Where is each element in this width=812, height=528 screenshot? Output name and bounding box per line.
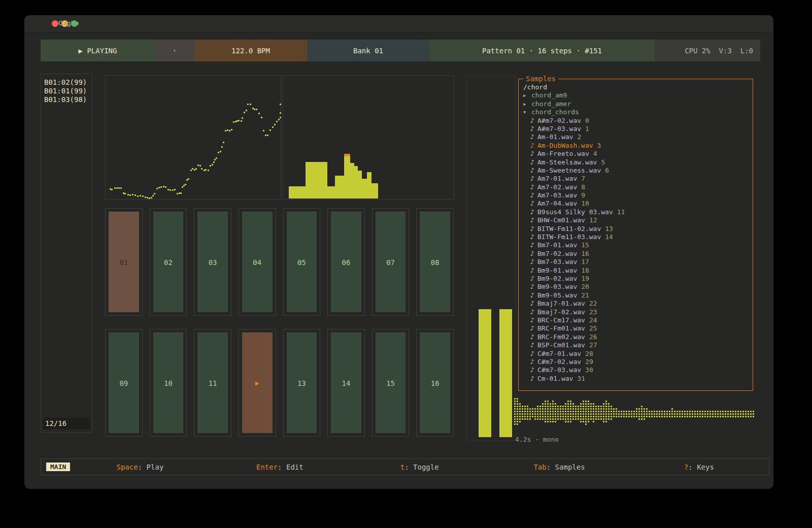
sample-file-row[interactable]: ♪Bm9-05.wav21 bbox=[523, 291, 751, 300]
pad-frame-07: 07 bbox=[372, 208, 410, 316]
sample-file-row[interactable]: ♪BHW-Cm01.wav12 bbox=[523, 216, 751, 224]
pad-row-1: 0102030405060708 bbox=[105, 208, 454, 316]
sample-file-row[interactable]: ♪C#m7-02.wav29 bbox=[523, 358, 751, 366]
status-segment-bank[interactable]: Bank 01 bbox=[307, 40, 429, 61]
sample-file-row[interactable]: ♪Am-Sweetness.wav6 bbox=[523, 167, 751, 175]
scatter-point bbox=[120, 187, 122, 189]
sample-file-row[interactable]: ♪Bm9-01.wav18 bbox=[523, 267, 751, 275]
sample-file-index: 17 bbox=[581, 258, 589, 266]
pad-16[interactable]: 16 bbox=[420, 333, 450, 433]
sample-file-row[interactable]: ♪Bm9-03.wav20 bbox=[523, 283, 751, 291]
sample-file-row[interactable]: ♪BSP-Cm01.wav27 bbox=[523, 341, 751, 349]
sample-file-row[interactable]: ♪A#m7-02.wav0 bbox=[523, 117, 751, 125]
sample-file-row[interactable]: ♪A#m7-03.wav1 bbox=[523, 125, 751, 133]
pad-12-playing[interactable]: ▶ bbox=[242, 333, 273, 433]
sample-file-row[interactable]: ♪Am-DubWash.wav3 bbox=[523, 142, 751, 150]
sample-file-index: 15 bbox=[581, 241, 589, 249]
scatter-point bbox=[199, 165, 201, 167]
scatter-point bbox=[182, 186, 183, 188]
sample-file-row[interactable]: ♪C#m7-03.wav30 bbox=[523, 366, 751, 374]
pad-10[interactable]: 10 bbox=[153, 333, 184, 433]
status-segment-transport[interactable]: ▶ PLAYING bbox=[41, 40, 155, 61]
histogram-bar bbox=[344, 154, 350, 199]
status-segment-bpm[interactable]: 122.0 BPM bbox=[194, 40, 307, 61]
sample-file-row[interactable]: ♪Bmaj7-01.wav22 bbox=[523, 300, 751, 308]
pad-01[interactable]: 01 bbox=[109, 212, 139, 312]
sample-file-row[interactable]: ♪BITW-Fm11-02.wav13 bbox=[523, 225, 751, 233]
sample-file-row[interactable]: ♪Am7-03.wav9 bbox=[523, 191, 751, 200]
status-segment-cpu-label: CPU 2% V:3 L:0 bbox=[685, 47, 753, 55]
pad-05[interactable]: 05 bbox=[287, 212, 317, 312]
music-note-icon: ♪ bbox=[530, 200, 537, 208]
sample-file-row[interactable]: ♪Am-Freeto.wav4 bbox=[523, 150, 751, 158]
chevron-right-icon[interactable]: ▶ bbox=[523, 100, 531, 108]
pad-14[interactable]: 14 bbox=[331, 333, 361, 433]
pad-06[interactable]: 06 bbox=[331, 212, 361, 312]
shortcut-edit: Enter: Edit bbox=[210, 463, 350, 471]
sample-file-name: Bm7-03.wav bbox=[537, 258, 577, 266]
sample-file-index: 2 bbox=[577, 133, 581, 141]
histogram-bar bbox=[371, 183, 378, 199]
sample-file-row[interactable]: ♪Am-Steelsaw.wav5 bbox=[523, 158, 751, 167]
shortcut-toggle: t: Toggle bbox=[350, 463, 489, 471]
sample-file-row[interactable]: ♪Am-01.wav2 bbox=[523, 133, 751, 141]
sample-file-row[interactable]: ♪Bmaj7-02.wav23 bbox=[523, 308, 751, 316]
sample-file-name: Bm9-05.wav bbox=[537, 291, 577, 299]
status-segment-cpu[interactable]: CPU 2% V:3 L:0 bbox=[655, 40, 760, 61]
chevron-down-icon[interactable]: ▼ bbox=[523, 108, 531, 116]
pad-frame-09: 09 bbox=[105, 329, 143, 437]
folder-row-chord_amer[interactable]: ▶chord_amer bbox=[523, 100, 751, 108]
pad-03[interactable]: 03 bbox=[197, 212, 228, 312]
sample-file-row[interactable]: ♪Am7-04.wav10 bbox=[523, 200, 751, 208]
pad-15[interactable]: 15 bbox=[376, 333, 406, 433]
sample-file-row[interactable]: ♪BRC-Fm01.wav25 bbox=[523, 324, 751, 333]
activity-scatter-chart bbox=[105, 75, 281, 200]
pad-frame-16: 16 bbox=[416, 329, 454, 437]
sample-file-row[interactable]: ♪B9sus4 Silky 03.wav11 bbox=[523, 208, 751, 216]
music-note-icon: ♪ bbox=[530, 316, 537, 324]
folder-row-chord_chords[interactable]: ▼chord_chords bbox=[523, 108, 751, 116]
pad-04[interactable]: 04 bbox=[242, 212, 273, 312]
close-window-icon[interactable] bbox=[52, 20, 58, 27]
sample-file-row[interactable]: ♪Am7-02.wav8 bbox=[523, 183, 751, 191]
pad-08[interactable]: 08 bbox=[420, 212, 450, 312]
scatter-point bbox=[220, 151, 221, 152]
app-window: Cagire ▶ PLAYING·122.0 BPMBank 01Pattern… bbox=[24, 15, 773, 489]
pad-02[interactable]: 02 bbox=[153, 212, 184, 312]
pad-11[interactable]: 11 bbox=[197, 333, 228, 433]
sample-file-row[interactable]: ♪Cm-01.wav31 bbox=[523, 375, 751, 383]
scatter-point bbox=[244, 112, 245, 113]
scatter-point bbox=[276, 121, 278, 122]
shortcut-samples: Tab: Samples bbox=[489, 463, 629, 471]
sample-file-index: 19 bbox=[581, 275, 589, 282]
status-segment-metronome-label: · bbox=[173, 47, 177, 55]
folder-row-chord_am9[interactable]: ▶chord_am9 bbox=[523, 91, 751, 100]
pad-13[interactable]: 13 bbox=[287, 333, 317, 433]
sample-file-row[interactable]: ♪Bm7-03.wav17 bbox=[523, 258, 751, 266]
scatter-point bbox=[272, 126, 274, 128]
sample-file-row[interactable]: ♪Bm9-02.wav19 bbox=[523, 275, 751, 283]
sample-file-row[interactable]: ♪Bm7-01.wav15 bbox=[523, 241, 751, 249]
status-segment-pattern[interactable]: Pattern 01 · 16 steps · #151 bbox=[429, 40, 655, 61]
pad-09[interactable]: 09 bbox=[109, 333, 139, 433]
scatter-point bbox=[267, 135, 268, 136]
pad-row-2: 091011▶13141516 bbox=[105, 329, 454, 437]
sample-file-row[interactable]: ♪BRC-Cm17.wav24 bbox=[523, 316, 751, 324]
chevron-right-icon[interactable]: ▶ bbox=[523, 91, 531, 100]
event-log: B01:02(99)B01:01(99)B01:03(98) bbox=[41, 74, 92, 108]
sample-file-row[interactable]: ♪Am7-01.wav7 bbox=[523, 175, 751, 183]
scatter-point bbox=[278, 119, 280, 120]
pad-07[interactable]: 07 bbox=[376, 212, 406, 312]
sample-file-row[interactable]: ♪Bm7-02.wav16 bbox=[523, 250, 751, 258]
sample-file-name: Bm7-01.wav bbox=[537, 241, 577, 249]
sample-file-row[interactable]: ♪BRC-Fm02.wav26 bbox=[523, 333, 751, 341]
sample-file-row[interactable]: ♪C#m7-01.wav28 bbox=[523, 350, 751, 358]
scatter-point bbox=[231, 129, 232, 130]
sample-file-index: 28 bbox=[585, 350, 593, 357]
sample-file-index: 4 bbox=[593, 150, 597, 157]
music-note-icon: ♪ bbox=[530, 208, 537, 216]
scatter-point bbox=[158, 187, 160, 188]
status-segment-metronome[interactable]: · bbox=[155, 40, 194, 61]
sample-file-row[interactable]: ♪BITW-Fm11-03.wav14 bbox=[523, 233, 751, 241]
scatter-point bbox=[246, 110, 247, 111]
